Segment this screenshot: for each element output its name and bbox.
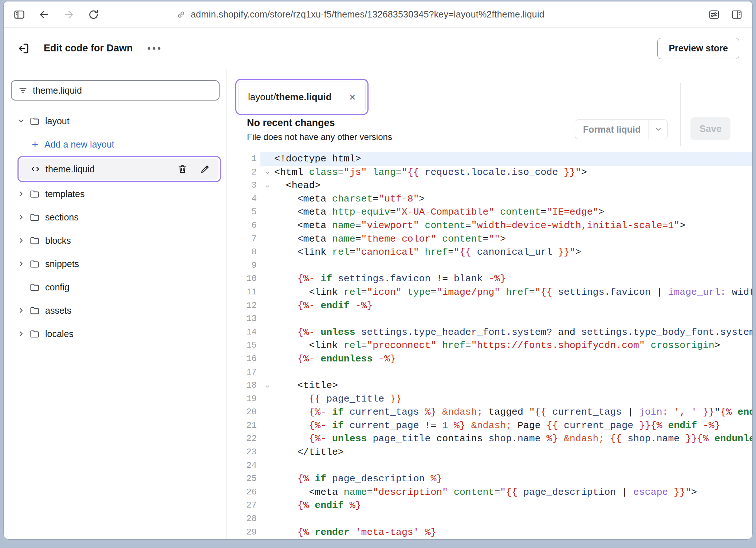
code-line-13[interactable]: 13 [227, 312, 752, 326]
chevron-right-icon[interactable] [17, 189, 25, 198]
code-line-3[interactable]: 3 <head> [227, 179, 752, 192]
code-line-17[interactable]: 17 [227, 366, 752, 379]
code-line-24[interactable]: 24 [227, 459, 752, 473]
code-line-11[interactable]: 11 <link rel="icon" type="image/png" hre… [227, 286, 752, 299]
sidebar-folder-snippets[interactable]: snippets [4, 252, 226, 275]
code-line-20[interactable]: 20 {%- if current_tags %} &ndash; tagged… [227, 406, 752, 419]
line-number: 15 [227, 339, 260, 352]
more-actions-button[interactable] [146, 43, 162, 54]
split-view-button[interactable] [731, 8, 743, 21]
line-number: 24 [227, 459, 260, 473]
save-button[interactable]: Save [690, 117, 731, 140]
code-line-28[interactable]: 28 [227, 512, 752, 526]
file-tree: layout+Add a new layouttheme.liquidtempl… [4, 109, 226, 345]
fold-spacer [260, 246, 274, 259]
code-line-16[interactable]: 16 {%- endunless -%} [227, 352, 752, 366]
fold-spacer [260, 472, 274, 486]
file-label: theme.liquid [46, 164, 95, 175]
file-sidebar: layout+Add a new layouttheme.liquidtempl… [4, 69, 227, 539]
code-line-7[interactable]: 7 <meta name="theme-color" content=""> [227, 232, 752, 246]
code-line-15[interactable]: 15 <link rel="preconnect" href="https://… [227, 339, 752, 352]
exit-button[interactable] [17, 42, 31, 55]
code-text: {%- unless page_title contains shop.name… [274, 432, 752, 446]
sidebar-toggle-button[interactable] [13, 8, 25, 21]
folder-icon [29, 235, 40, 246]
folder-label: sections [45, 212, 79, 223]
code-line-10[interactable]: 10 {%- if settings.favicon != blank -%} [227, 272, 752, 286]
forward-button[interactable] [63, 8, 75, 21]
line-number: 28 [227, 512, 260, 526]
sidebar-folder-templates[interactable]: templates [4, 182, 226, 206]
code-line-23[interactable]: 23 </title> [227, 446, 752, 459]
line-number: 18 [227, 379, 260, 392]
folder-label: locales [45, 329, 74, 339]
code-line-18[interactable]: 18 <title> [227, 379, 752, 392]
code-text: <meta name="viewport" content="width=dev… [274, 219, 685, 232]
fold-spacer [260, 206, 274, 219]
fold-spacer [260, 192, 274, 206]
sidebar-folder-sections[interactable]: sections [4, 206, 226, 229]
chevron-right-icon[interactable] [17, 329, 25, 338]
tab-theme-liquid[interactable]: layout/theme.liquid × [238, 82, 366, 112]
code-line-9[interactable]: 9 [227, 259, 752, 273]
fold-toggle-icon[interactable] [260, 379, 274, 392]
code-editor[interactable]: 1<!doctype html>2<html class="js" lang="… [227, 152, 752, 539]
format-liquid-dropdown[interactable] [649, 120, 668, 139]
address-bar[interactable]: admin.shopify.com/store/rzq1xu-f5/themes… [176, 9, 544, 20]
sidebar-folder-locales[interactable]: locales [4, 322, 226, 345]
code-line-22[interactable]: 22 {%- unless page_title contains shop.n… [227, 432, 752, 446]
code-line-27[interactable]: 27 {% endif %} [227, 499, 752, 512]
code-line-14[interactable]: 14 {%- unless settings.type_header_font.… [227, 326, 752, 339]
format-liquid-button[interactable]: Format liquid [575, 120, 668, 139]
line-number: 5 [227, 206, 260, 219]
code-line-26[interactable]: 26 <meta name="description" content="{{ … [227, 486, 752, 499]
file-search-input[interactable] [33, 85, 212, 96]
code-line-5[interactable]: 5 <meta http-equiv="X-UA-Compatible" con… [227, 206, 752, 219]
chevron-right-icon[interactable] [17, 213, 25, 222]
close-tab-button[interactable]: × [349, 91, 356, 103]
folder-label: blocks [45, 235, 71, 246]
code-line-21[interactable]: 21 {%- if current_page != 1 %} &ndash; P… [227, 419, 752, 432]
code-line-12[interactable]: 12 {%- endif -%} [227, 299, 752, 313]
delete-file-button[interactable] [177, 164, 188, 175]
fold-toggle-icon[interactable] [260, 179, 274, 192]
code-line-29[interactable]: 29 {% render 'meta-tags' %} [227, 526, 752, 539]
add-new-layout-button[interactable]: +Add a new layout [4, 133, 226, 156]
chevron-right-icon[interactable] [17, 259, 25, 268]
code-line-25[interactable]: 25 {% if page_description %} [227, 472, 752, 486]
sidebar-folder-layout[interactable]: layout [4, 109, 226, 133]
code-line-8[interactable]: 8 <link rel="canonical" href="{{ canonic… [227, 246, 752, 259]
code-line-6[interactable]: 6 <meta name="viewport" content="width=d… [227, 219, 752, 232]
code-text: </title> [274, 446, 344, 459]
exit-icon [17, 42, 31, 55]
fold-spacer [260, 286, 274, 299]
rename-file-button[interactable] [200, 164, 210, 175]
chevron-right-icon[interactable] [17, 236, 25, 245]
back-button[interactable] [38, 8, 50, 21]
fold-spacer [260, 326, 274, 339]
sidebar-folder-assets[interactable]: assets [4, 299, 226, 322]
file-search[interactable] [11, 80, 220, 101]
browser-toolbar-right [708, 8, 743, 21]
sidebar-folder-blocks[interactable]: blocks [4, 229, 226, 252]
fold-spacer [260, 272, 274, 286]
plus-icon: + [31, 139, 39, 150]
code-line-4[interactable]: 4 <meta charset="utf-8"> [227, 192, 752, 206]
fold-spacer [260, 152, 274, 166]
preview-store-button[interactable]: Preview store [657, 38, 739, 59]
fold-toggle-icon[interactable] [260, 166, 274, 179]
browser-window: admin.shopify.com/store/rzq1xu-f5/themes… [4, 1, 752, 539]
code-text: {%- if current_page != 1 %} &ndash; Page… [274, 419, 720, 432]
code-line-1[interactable]: 1<!doctype html> [227, 152, 752, 166]
code-line-19[interactable]: 19 {{ page_title }} [227, 392, 752, 406]
code-line-2[interactable]: 2<html class="js" lang="{{ request.local… [227, 166, 752, 179]
code-text: {%- unless settings.type_header_font.sys… [274, 326, 752, 339]
file-item-theme-liquid[interactable]: theme.liquid [20, 158, 218, 180]
sidebar-folder-config[interactable]: config [4, 275, 226, 299]
chevron-right-icon[interactable] [17, 306, 25, 315]
page-settings-button[interactable] [708, 8, 720, 21]
folder-icon [29, 282, 40, 293]
code-text: <html class="js" lang="{{ request.locale… [274, 166, 587, 179]
chevron-down-icon[interactable] [17, 117, 25, 125]
reload-button[interactable] [87, 8, 100, 21]
